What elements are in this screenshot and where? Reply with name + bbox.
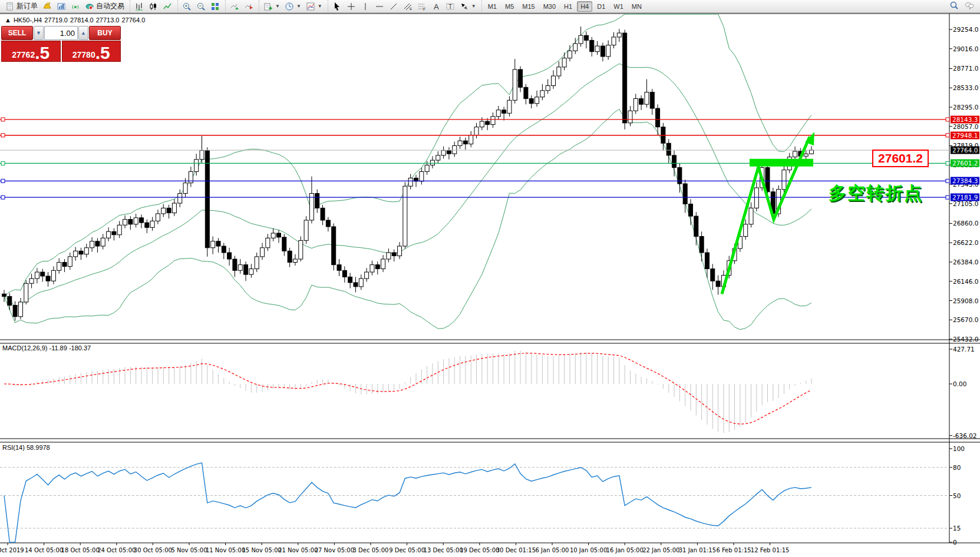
price-tick-label: 28533.0 bbox=[953, 84, 978, 91]
price-tag-red: 27948.1 bbox=[951, 131, 979, 139]
time-label: 5 Nov 05:00 bbox=[171, 547, 207, 553]
candle bbox=[441, 151, 446, 155]
candle bbox=[84, 248, 88, 254]
buy-price-box[interactable]: 27780.5 bbox=[62, 41, 121, 62]
candle bbox=[370, 265, 374, 272]
time-label: 3 Dec 05:00 bbox=[353, 547, 389, 553]
candle bbox=[62, 263, 67, 267]
candle bbox=[453, 145, 457, 154]
candle bbox=[612, 37, 616, 45]
candle bbox=[513, 69, 517, 100]
buy-button[interactable]: BUY bbox=[89, 26, 121, 40]
price-tag-blue: 27181.9 bbox=[951, 194, 979, 201]
candle bbox=[617, 33, 621, 37]
candle bbox=[194, 160, 199, 172]
candle bbox=[645, 92, 649, 105]
candle bbox=[683, 184, 687, 204]
macd-tick-label: -636.02 bbox=[953, 432, 977, 439]
candle bbox=[29, 278, 34, 283]
volume-increase-button[interactable]: ▲ bbox=[78, 26, 88, 40]
hline-handle[interactable] bbox=[1, 134, 5, 137]
candle bbox=[337, 265, 341, 271]
candle bbox=[8, 296, 12, 305]
candle bbox=[590, 40, 594, 51]
rsi-tick-label: 15 bbox=[953, 525, 961, 532]
candle bbox=[277, 233, 281, 237]
candle bbox=[628, 111, 632, 123]
candle bbox=[463, 141, 467, 144]
sell-button[interactable]: SELL bbox=[1, 26, 33, 40]
candle bbox=[540, 91, 545, 97]
candle bbox=[145, 223, 149, 227]
candle bbox=[507, 100, 512, 113]
hline-handle[interactable] bbox=[946, 195, 949, 199]
hline-handle[interactable] bbox=[946, 179, 949, 183]
candle bbox=[354, 283, 358, 287]
macd-tick-label: 427.71 bbox=[953, 346, 975, 353]
candle bbox=[392, 253, 396, 256]
candle bbox=[573, 44, 578, 51]
bollinger-upper-band bbox=[4, 14, 811, 296]
hline-handle[interactable] bbox=[1, 195, 5, 199]
rsi-tick-label: 80 bbox=[953, 464, 961, 471]
hline-handle[interactable] bbox=[1, 118, 5, 121]
close-value: 27764.0 bbox=[121, 16, 145, 24]
candle bbox=[321, 208, 325, 220]
candle bbox=[293, 259, 297, 263]
collapse-arrow-icon[interactable]: ▲ bbox=[5, 16, 11, 24]
candle bbox=[535, 97, 539, 104]
candle bbox=[68, 257, 72, 267]
time-label: 10 Jan 05:00 bbox=[570, 547, 607, 553]
time-label: 9 Dec 05:00 bbox=[389, 547, 425, 553]
chart-canvas[interactable] bbox=[0, 0, 980, 557]
candle bbox=[57, 263, 61, 271]
hline-handle[interactable] bbox=[1, 161, 5, 165]
candle bbox=[447, 151, 451, 154]
volume-decrease-button[interactable]: ▼ bbox=[34, 26, 44, 40]
candle bbox=[167, 208, 171, 213]
high-value: 27814.0 bbox=[70, 16, 94, 24]
candle bbox=[260, 248, 265, 257]
candle bbox=[430, 160, 434, 165]
time-label: 21 Nov 05:00 bbox=[278, 547, 318, 553]
candle bbox=[74, 251, 78, 257]
time-label: 18 Oct 05:00 bbox=[61, 547, 100, 553]
volume-input[interactable] bbox=[44, 26, 78, 40]
symbol-ohlc-header: ▲HK50-,H427719.027814.027713.027764.0 bbox=[5, 16, 147, 24]
hline-handle[interactable] bbox=[946, 118, 949, 121]
sell-price-box[interactable]: 27762.5 bbox=[1, 41, 61, 62]
macd-indicator-label: MACD(12,26,9) -11.89 -180.37 bbox=[2, 344, 91, 352]
candle bbox=[699, 237, 704, 253]
candle bbox=[244, 265, 248, 275]
candle bbox=[567, 51, 572, 58]
time-label: 8 Oct 2019 bbox=[0, 547, 24, 553]
candle bbox=[705, 253, 709, 269]
candle bbox=[474, 127, 479, 135]
candle bbox=[496, 110, 500, 117]
hline-handle[interactable] bbox=[1, 179, 5, 183]
candle bbox=[623, 33, 627, 123]
price-tick-label: 26622.0 bbox=[953, 239, 978, 246]
rsi-indicator-label: RSI(14) 58.9978 bbox=[2, 444, 50, 451]
time-label: 22 Jan 05:00 bbox=[642, 547, 679, 553]
price-tick-label: 28295.0 bbox=[953, 104, 978, 111]
macd-tick-label: 0.00 bbox=[953, 380, 966, 387]
hline-handle[interactable] bbox=[946, 134, 949, 137]
candle bbox=[46, 276, 50, 281]
candle bbox=[211, 241, 215, 248]
candle bbox=[381, 259, 385, 269]
price-tick-label: 26384.0 bbox=[953, 258, 978, 266]
candle bbox=[375, 265, 380, 269]
candle bbox=[716, 281, 720, 287]
candle bbox=[469, 135, 473, 144]
candle bbox=[754, 188, 758, 208]
support-price-callout[interactable]: 27601.2 bbox=[872, 150, 929, 167]
candle bbox=[633, 99, 638, 111]
candle bbox=[672, 155, 677, 168]
candle bbox=[480, 121, 484, 127]
rsi-line bbox=[4, 463, 811, 542]
hline-handle[interactable] bbox=[946, 161, 949, 165]
candle bbox=[810, 150, 814, 154]
price-tick-label: 25432.0 bbox=[953, 336, 978, 343]
candle bbox=[2, 294, 6, 296]
